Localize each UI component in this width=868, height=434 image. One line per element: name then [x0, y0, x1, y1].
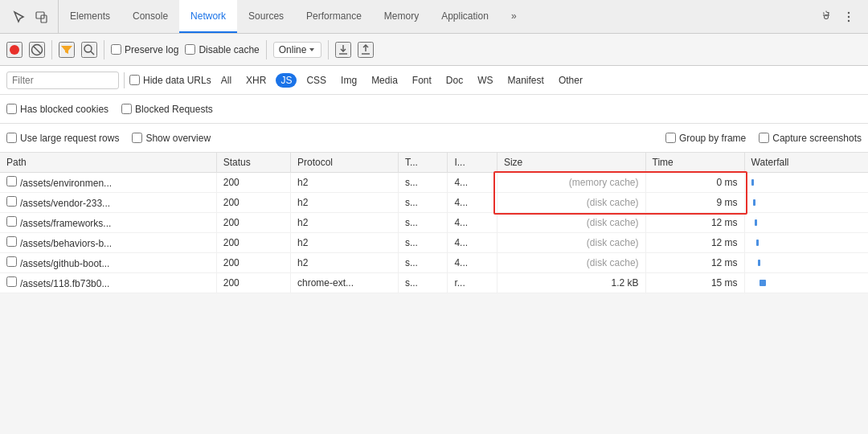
- more-options-icon[interactable]: [839, 7, 858, 27]
- row-checkbox[interactable]: [6, 216, 17, 227]
- col-header-protocol[interactable]: Protocol: [291, 153, 399, 173]
- filter-icon[interactable]: [59, 42, 75, 58]
- tab-memory[interactable]: Memory: [373, 0, 430, 33]
- cursor-icon[interactable]: [10, 7, 29, 27]
- cell-path: /assets/github-boot...: [0, 253, 216, 273]
- row-checkbox[interactable]: [6, 256, 17, 267]
- table-row[interactable]: /assets/environmen... 200 h2 s... 4... (…: [0, 173, 868, 193]
- row-checkbox[interactable]: [6, 276, 17, 287]
- cell-time: 0 ms: [645, 173, 744, 193]
- table-row[interactable]: /assets/118.fb73b0... 200 chrome-ext... …: [0, 273, 868, 293]
- cell-protocol: h2: [291, 193, 399, 213]
- preserve-log-checkbox[interactable]: Preserve log: [111, 44, 178, 55]
- blocked-requests-checkbox[interactable]: Blocked Requests: [121, 104, 213, 115]
- table-row[interactable]: /assets/vendor-233... 200 h2 s... 4... (…: [0, 193, 868, 213]
- col-header-path[interactable]: Path: [0, 153, 216, 173]
- throttle-select[interactable]: Online: [273, 42, 322, 58]
- network-table-body: /assets/environmen... 200 h2 s... 4... (…: [0, 173, 868, 293]
- tab-sources[interactable]: Sources: [237, 0, 295, 33]
- export-icon[interactable]: [358, 42, 374, 58]
- device-icon[interactable]: [32, 7, 51, 27]
- cell-path: /assets/vendor-233...: [0, 193, 216, 213]
- record-button[interactable]: [6, 42, 23, 58]
- cell-status: 200: [216, 193, 290, 213]
- filter-media[interactable]: Media: [366, 73, 403, 88]
- network-table-wrapper: Path Status Protocol T... I... Size Time…: [0, 153, 868, 293]
- cell-protocol: h2: [291, 233, 399, 253]
- cell-time: 12 ms: [645, 233, 744, 253]
- capture-screenshots-checkbox[interactable]: Capture screenshots: [759, 133, 862, 144]
- col-header-waterfall[interactable]: Waterfall: [744, 153, 868, 173]
- options-right: Group by frame Capture screenshots: [665, 133, 862, 144]
- tab-network[interactable]: Network: [179, 0, 237, 33]
- row-checkbox[interactable]: [6, 196, 17, 207]
- table-header: Path Status Protocol T... I... Size Time…: [0, 153, 868, 173]
- col-header-size[interactable]: Size: [497, 153, 645, 173]
- cell-size: (disk cache): [497, 253, 645, 273]
- cell-status: 200: [216, 273, 290, 293]
- row-checkbox[interactable]: [6, 176, 17, 186]
- cell-initiator: 4...: [448, 213, 497, 233]
- col-header-status[interactable]: Status: [216, 153, 290, 173]
- cell-initiator: 4...: [448, 173, 497, 193]
- svg-line-7: [34, 47, 40, 53]
- filter-doc[interactable]: Doc: [441, 73, 468, 88]
- svg-point-3: [848, 15, 850, 17]
- hide-data-urls-checkbox[interactable]: Hide data URLs: [129, 75, 211, 86]
- cell-type: s...: [398, 193, 448, 213]
- search-icon[interactable]: [81, 42, 97, 58]
- tab-right-icons: [810, 7, 865, 27]
- svg-point-2: [848, 11, 850, 13]
- tab-console[interactable]: Console: [121, 0, 179, 33]
- filter-js[interactable]: JS: [276, 73, 297, 88]
- cell-path: /assets/environmen...: [0, 173, 216, 193]
- import-icon[interactable]: [335, 42, 351, 58]
- filter-all[interactable]: All: [216, 73, 236, 88]
- cell-type: s...: [398, 253, 448, 273]
- large-rows-checkbox[interactable]: Use large request rows: [6, 133, 119, 144]
- filter-ws[interactable]: WS: [473, 73, 497, 88]
- cell-waterfall: [744, 173, 868, 193]
- tab-bar: Elements Console Network Sources Perform…: [0, 0, 868, 34]
- col-header-initiator[interactable]: I...: [448, 153, 497, 173]
- gear-icon[interactable]: [817, 7, 836, 27]
- filter-css[interactable]: CSS: [301, 73, 331, 88]
- svg-point-5: [10, 45, 19, 55]
- filter-img[interactable]: Img: [336, 73, 362, 88]
- filter-manifest[interactable]: Manifest: [503, 73, 549, 88]
- filter-xhr[interactable]: XHR: [241, 73, 271, 88]
- filter-other[interactable]: Other: [554, 73, 588, 88]
- table-row[interactable]: /assets/frameworks... 200 h2 s... 4... (…: [0, 213, 868, 233]
- cell-time: 12 ms: [645, 253, 744, 273]
- cell-initiator: 4...: [448, 193, 497, 213]
- tab-more[interactable]: »: [500, 0, 528, 33]
- separator-4: [328, 40, 329, 59]
- table-row[interactable]: /assets/behaviors-b... 200 h2 s... 4... …: [0, 233, 868, 253]
- disable-cache-checkbox[interactable]: Disable cache: [185, 44, 259, 55]
- row-checkbox[interactable]: [6, 236, 17, 247]
- cell-size: (memory cache): [497, 173, 645, 193]
- table-row[interactable]: /assets/github-boot... 200 h2 s... 4... …: [0, 253, 868, 273]
- svg-point-4: [848, 19, 850, 21]
- cell-waterfall: [744, 273, 868, 293]
- cell-protocol: h2: [291, 173, 399, 193]
- network-table: Path Status Protocol T... I... Size Time…: [0, 153, 868, 293]
- separator-1: [51, 40, 52, 59]
- tab-elements[interactable]: Elements: [59, 0, 121, 33]
- cell-status: 200: [216, 233, 290, 253]
- cell-waterfall: [744, 213, 868, 233]
- show-overview-checkbox[interactable]: Show overview: [132, 133, 211, 144]
- tab-performance[interactable]: Performance: [295, 0, 373, 33]
- cell-size: (disk cache): [497, 193, 645, 213]
- filter-font[interactable]: Font: [407, 73, 436, 88]
- filter-input[interactable]: [6, 72, 119, 89]
- clear-button[interactable]: [29, 42, 45, 58]
- cell-waterfall: [744, 253, 868, 273]
- tab-application[interactable]: Application: [430, 0, 500, 33]
- col-header-time[interactable]: Time: [645, 153, 744, 173]
- has-blocked-cookies-checkbox[interactable]: Has blocked cookies: [6, 104, 108, 115]
- col-header-type[interactable]: T...: [398, 153, 448, 173]
- network-toolbar: Preserve log Disable cache Online: [0, 34, 868, 66]
- group-by-frame-checkbox[interactable]: Group by frame: [665, 133, 746, 144]
- cell-path: /assets/frameworks...: [0, 213, 216, 233]
